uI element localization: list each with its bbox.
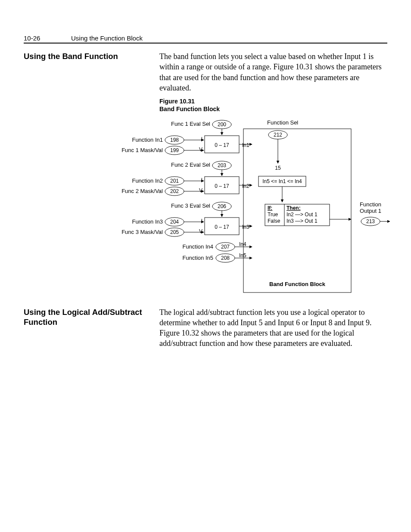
svg-text:208: 208: [221, 255, 230, 261]
false-label: False: [268, 218, 280, 224]
svg-text:In1: In1: [242, 142, 249, 148]
eval-block-2: Func 2 Eval Sel 203 0 – 17 I V In2 Funct…: [121, 161, 252, 196]
svg-text:213: 213: [366, 218, 375, 224]
svg-text:Func 2 Eval Sel: Func 2 Eval Sel: [171, 162, 210, 168]
svg-text:200: 200: [218, 121, 226, 128]
svg-text:In3: In3: [242, 224, 249, 230]
eval-block-1: Func 1 Eval Sel 200 0 – 17 I V In1 Funct…: [121, 120, 252, 155]
svg-text:Func 3 Mask/Val: Func 3 Mask/Val: [121, 229, 163, 235]
section-heading: Using the Logical Add/Subtract Function: [24, 307, 159, 349]
false-out: In3 —> Out 1: [286, 218, 318, 224]
true-label: True: [268, 212, 278, 218]
svg-text:203: 203: [218, 162, 226, 168]
svg-text:I: I: [201, 136, 202, 142]
svg-text:205: 205: [170, 229, 179, 235]
svg-text:Function In5: Function In5: [182, 255, 213, 261]
if-label: If:: [268, 205, 272, 211]
page: 10-26 Using the Function Block Using the…: [0, 0, 411, 370]
svg-text:In2: In2: [242, 183, 249, 189]
svg-text:Func 1 Eval Sel: Func 1 Eval Sel: [171, 121, 210, 127]
svg-text:206: 206: [218, 203, 226, 209]
section-band: Using the Band Function The band functio…: [24, 51, 387, 93]
svg-text:Func 1 Mask/Val: Func 1 Mask/Val: [121, 147, 163, 153]
figure-title: Band Function Block: [159, 106, 220, 112]
svg-text:201: 201: [170, 178, 179, 184]
svg-text:0 – 17: 0 – 17: [215, 224, 229, 230]
section-body: The logical add/subtract function lets y…: [159, 307, 387, 349]
section-logical-add: Using the Logical Add/Subtract Function …: [24, 307, 387, 349]
page-number: 10-26: [24, 34, 71, 42]
param-label: Function Sel: [267, 119, 298, 126]
section-heading: Using the Band Function: [24, 51, 159, 93]
figure-caption: Figure 10.31 Band Function Block: [159, 97, 387, 113]
eval-block-3: Func 3 Eval Sel 206 0 – 17 I V In3 Funct…: [121, 202, 252, 236]
section-body: The band function lets you select a valu…: [159, 51, 387, 93]
band-function-diagram: Band Function Block Function Sel 212 15 …: [50, 116, 386, 297]
then-label: Then:: [286, 205, 301, 211]
svg-text:207: 207: [221, 244, 230, 250]
svg-text:In4: In4: [239, 241, 246, 247]
svg-text:Function In3: Function In3: [132, 218, 163, 225]
svg-text:202: 202: [170, 188, 179, 194]
block-footer-label: Band Function Block: [269, 281, 326, 287]
svg-text:Function In4: Function In4: [182, 243, 213, 250]
input-5: Function In5 208 In5: [182, 252, 252, 262]
true-out: In2 —> Out 1: [286, 212, 318, 218]
param-bubble: 212: [268, 131, 287, 139]
svg-text:199: 199: [170, 147, 179, 153]
svg-text:Func 2 Mask/Val: Func 2 Mask/Val: [121, 188, 163, 194]
svg-text:V: V: [199, 187, 202, 193]
sel-value: 15: [275, 165, 281, 171]
svg-text:I: I: [201, 218, 202, 224]
param-bubble: 213: [361, 217, 380, 226]
input-4: Function In4 207 In4: [182, 241, 252, 251]
output-label1: Function: [360, 201, 381, 208]
svg-text:I: I: [201, 177, 202, 183]
svg-text:In5: In5: [239, 252, 246, 258]
chapter-title: Using the Function Block: [71, 34, 143, 42]
svg-text:212: 212: [274, 132, 282, 138]
svg-text:V: V: [199, 228, 202, 234]
svg-text:Func 3 Eval Sel: Func 3 Eval Sel: [171, 202, 210, 209]
svg-text:V: V: [199, 146, 202, 152]
condition-text: In5 <= In1 <= In4: [262, 178, 302, 184]
page-header: 10-26 Using the Function Block: [24, 34, 387, 44]
svg-text:0 – 17: 0 – 17: [215, 142, 229, 148]
output-label2: Output 1: [360, 208, 381, 214]
svg-text:Function In2: Function In2: [132, 177, 163, 184]
svg-text:0 – 17: 0 – 17: [215, 183, 229, 189]
svg-text:Function In1: Function In1: [132, 137, 163, 143]
svg-text:198: 198: [170, 137, 179, 143]
svg-text:204: 204: [170, 219, 179, 225]
figure-number: Figure 10.31: [159, 98, 195, 105]
